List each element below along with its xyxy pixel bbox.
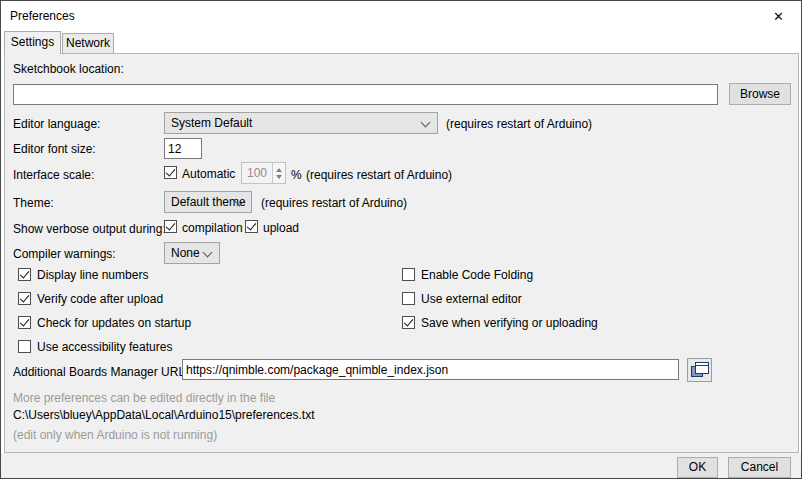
editor-language-select[interactable]: System Default bbox=[164, 112, 438, 134]
verify-code-after-upload-checkbox[interactable] bbox=[18, 292, 31, 305]
cascade-windows-icon bbox=[691, 362, 709, 378]
sketchbook-location-label: Sketchbook location: bbox=[13, 62, 124, 76]
display-line-numbers-checkbox[interactable] bbox=[18, 268, 31, 281]
save-when-verifying-label: Save when verifying or uploading bbox=[421, 316, 598, 330]
interface-scale-label: Interface scale: bbox=[13, 168, 94, 182]
use-external-editor-label: Use external editor bbox=[421, 292, 522, 306]
save-when-verifying-checkbox[interactable] bbox=[402, 316, 415, 329]
theme-select[interactable]: Default theme bbox=[164, 191, 252, 213]
boards-manager-urls-input[interactable] bbox=[182, 359, 679, 380]
close-button[interactable]: ✕ bbox=[756, 1, 801, 31]
editor-font-size-label: Editor font size: bbox=[13, 142, 96, 156]
scale-percent-value: 100 bbox=[242, 166, 272, 180]
verbose-upload-label: upload bbox=[263, 221, 299, 235]
theme-label: Theme: bbox=[13, 196, 54, 210]
editor-language-note: (requires restart of Arduino) bbox=[446, 117, 592, 131]
check-updates-startup-label: Check for updates on startup bbox=[37, 316, 191, 330]
preferences-dialog: Preferences ✕ Settings Network Sketchboo… bbox=[0, 0, 802, 479]
automatic-scale-checkbox-label: Automatic bbox=[182, 167, 235, 181]
compiler-warnings-label: Compiler warnings: bbox=[13, 247, 116, 261]
tab-network[interactable]: Network bbox=[62, 33, 114, 53]
front-window-shape bbox=[695, 362, 709, 374]
spinner-up-icon bbox=[276, 168, 282, 172]
use-external-editor-checkbox[interactable] bbox=[402, 292, 415, 305]
open-urls-dialog-button[interactable] bbox=[687, 358, 712, 382]
chevron-down-icon bbox=[421, 118, 431, 128]
cancel-button[interactable]: Cancel bbox=[728, 457, 791, 478]
edit-only-note: (edit only when Arduino is not running) bbox=[13, 428, 217, 442]
theme-note: (requires restart of Arduino) bbox=[261, 196, 407, 210]
close-icon: ✕ bbox=[773, 9, 784, 24]
percent-sign: % bbox=[291, 168, 302, 182]
ok-button[interactable]: OK bbox=[677, 457, 718, 478]
editor-language-label: Editor language: bbox=[13, 117, 100, 131]
spinner-arrows-icon[interactable] bbox=[272, 163, 285, 183]
editor-font-size-input[interactable] bbox=[164, 138, 202, 159]
verbose-compilation-checkbox[interactable] bbox=[164, 220, 177, 233]
verbose-output-label: Show verbose output during: bbox=[13, 222, 166, 236]
enable-code-folding-checkbox[interactable] bbox=[402, 268, 415, 281]
window-title: Preferences bbox=[10, 9, 75, 23]
use-accessibility-label: Use accessibility features bbox=[37, 340, 172, 354]
compiler-warnings-value: None bbox=[171, 246, 200, 260]
titlebar: Preferences ✕ bbox=[1, 1, 801, 31]
use-accessibility-checkbox[interactable] bbox=[18, 340, 31, 353]
browse-button[interactable]: Browse bbox=[729, 83, 791, 105]
compiler-warnings-select[interactable]: None bbox=[164, 242, 220, 264]
editor-language-value: System Default bbox=[171, 116, 252, 130]
tab-settings[interactable]: Settings bbox=[4, 31, 61, 54]
spinner-down-icon bbox=[276, 175, 282, 179]
interface-scale-note: (requires restart of Arduino) bbox=[306, 168, 452, 182]
chevron-down-icon bbox=[203, 248, 213, 258]
scale-percent-spinner[interactable]: 100 bbox=[241, 162, 286, 184]
verbose-compilation-label: compilation bbox=[182, 221, 243, 235]
boards-manager-urls-label: Additional Boards Manager URLs: bbox=[13, 365, 194, 379]
check-updates-startup-checkbox[interactable] bbox=[18, 316, 31, 329]
verbose-upload-checkbox[interactable] bbox=[245, 220, 258, 233]
enable-code-folding-label: Enable Code Folding bbox=[421, 268, 533, 282]
preferences-file-path: C:\Users\bluey\AppData\Local\Arduino15\p… bbox=[13, 408, 315, 422]
display-line-numbers-label: Display line numbers bbox=[37, 268, 148, 282]
verify-code-after-upload-label: Verify code after upload bbox=[37, 292, 163, 306]
more-preferences-text: More preferences can be edited directly … bbox=[13, 391, 275, 405]
automatic-scale-checkbox[interactable] bbox=[164, 166, 177, 179]
sketchbook-location-input[interactable] bbox=[13, 84, 718, 105]
